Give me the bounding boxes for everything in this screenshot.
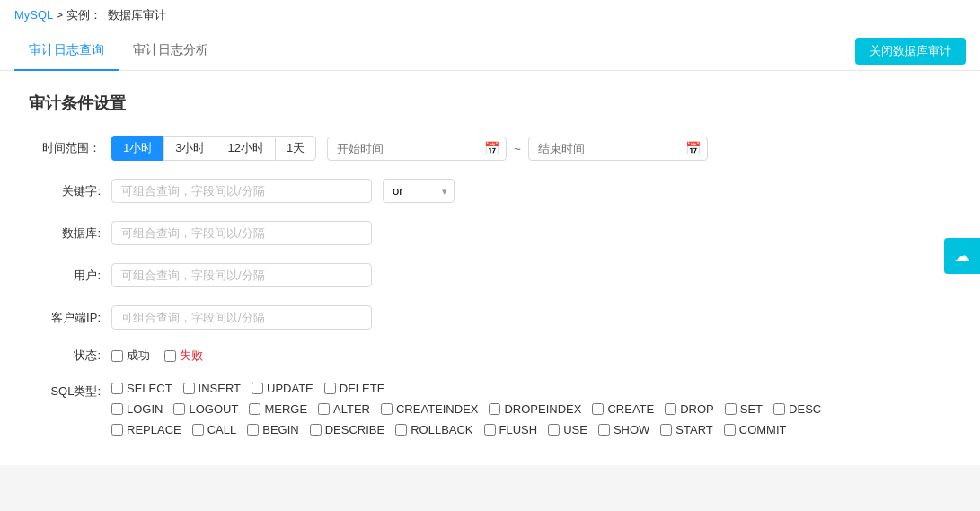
sql-type-label: SQL类型: [29,382,101,400]
keyword-input[interactable] [111,179,372,203]
cb-commit[interactable] [724,424,736,436]
sql-cb-use[interactable]: USE [548,423,587,436]
cb-begin[interactable] [247,424,259,436]
breadcrumb-mysql[interactable]: MySQL [14,8,53,22]
time-btn-3h[interactable]: 3小时 [163,136,216,161]
status-success-text: 成功 [127,348,150,364]
sql-cb-call[interactable]: CALL [192,423,237,436]
sql-cb-show[interactable]: SHOW [598,423,649,436]
sql-cb-drop[interactable]: DROP [665,402,714,416]
tab-query[interactable]: 审计日志查询 [14,31,119,71]
status-success-label[interactable]: 成功 [111,348,150,364]
status-success-checkbox[interactable] [111,350,123,362]
end-date-wrap: 📅 [528,137,708,161]
cb-rollback[interactable] [395,424,407,436]
sql-cb-desc[interactable]: DESC [773,402,821,416]
float-cloud-button[interactable]: ☁ [944,238,980,274]
breadcrumb-sep1: > [56,8,66,22]
section-title: 审计条件设置 [29,93,951,114]
database-input[interactable] [111,221,372,245]
cb-dropeindex[interactable] [489,403,500,415]
cb-replace[interactable] [111,424,123,436]
user-input[interactable] [111,263,372,287]
sql-row-2: LOGIN LOGOUT MERGE ALTER CREATEINDEX DRO… [111,402,828,416]
operator-select[interactable]: or and [383,179,455,203]
sql-cb-dropeindex[interactable]: DROPEINDEX [489,402,581,416]
cloud-icon: ☁ [954,246,970,266]
sql-cb-update[interactable]: UPDATE [252,382,313,395]
cb-logout[interactable] [173,403,185,415]
tab-analysis[interactable]: 审计日志分析 [119,31,223,71]
sql-cb-replace[interactable]: REPLACE [111,423,181,436]
start-date-wrap: 📅 [327,137,507,161]
cb-drop[interactable] [665,403,676,415]
sql-cb-set[interactable]: SET [725,402,763,416]
cb-update[interactable] [252,383,263,394]
user-row: 用户: [29,263,951,287]
cb-set[interactable] [725,403,737,415]
sql-cb-login[interactable]: LOGIN [111,402,163,416]
breadcrumb: MySQL > 实例： 数据库审计 [0,0,980,31]
status-label: 状态: [29,348,101,364]
cb-delete[interactable] [324,383,336,394]
sql-type-section: SQL类型: SELECT INSERT UPDATE DELETE LOGIN… [29,382,951,436]
cb-call[interactable] [192,424,204,436]
cb-merge[interactable] [249,403,260,415]
status-fail-text: 失败 [180,348,203,364]
sql-checkboxes: SELECT INSERT UPDATE DELETE LOGIN LOGOUT… [111,382,828,436]
time-btn-12h[interactable]: 12小时 [216,136,274,161]
sql-row-1: SELECT INSERT UPDATE DELETE [111,382,828,395]
keyword-label: 关键字: [29,183,101,199]
sql-cb-insert[interactable]: INSERT [183,382,241,395]
cb-start[interactable] [660,424,672,436]
breadcrumb-page: 数据库审计 [108,8,166,22]
tab-bar: 审计日志查询 审计日志分析 关闭数据库审计 [0,31,980,71]
time-range-label: 时间范围： [29,140,101,156]
database-label: 数据库: [29,225,101,242]
database-row: 数据库: [29,221,951,245]
sql-cb-describe[interactable]: DESCRIBE [310,423,384,436]
main-container: 审计日志查询 审计日志分析 关闭数据库审计 审计条件设置 时间范围： 1小时 3… [0,31,980,465]
start-date-input[interactable] [327,137,507,161]
time-btn-1d[interactable]: 1天 [275,136,316,161]
cb-describe[interactable] [310,424,322,436]
cb-login[interactable] [111,403,123,415]
status-row: 状态: 成功 失败 [29,348,951,364]
sql-cb-logout[interactable]: LOGOUT [173,402,238,416]
time-btn-1h[interactable]: 1小时 [111,136,163,161]
sql-cb-rollback[interactable]: ROLLBACK [395,423,472,436]
status-fail-checkbox[interactable] [164,350,176,362]
client-ip-row: 客户端IP: [29,305,951,330]
cb-insert[interactable] [183,383,195,394]
user-label: 用户: [29,268,101,284]
client-ip-label: 客户端IP: [29,310,101,326]
cb-show[interactable] [598,424,610,436]
sql-cb-commit[interactable]: COMMIT [724,423,787,436]
cb-alter[interactable] [318,403,330,415]
time-range-row: 时间范围： 1小时 3小时 12小时 1天 📅 ~ 📅 [29,136,951,161]
end-date-input[interactable] [528,137,708,161]
sql-cb-alter[interactable]: ALTER [318,402,370,416]
operator-select-wrap: or and ▾ [383,179,455,203]
cb-use[interactable] [548,424,560,436]
sql-cb-createindex[interactable]: CREATEINDEX [381,402,479,416]
keyword-row: 关键字: or and ▾ [29,179,951,203]
content-area: 审计条件设置 时间范围： 1小时 3小时 12小时 1天 📅 ~ 📅 关键字: [0,71,980,465]
cb-flush[interactable] [484,424,496,436]
cb-desc[interactable] [773,403,785,415]
sql-cb-flush[interactable]: FLUSH [484,423,538,436]
cb-create[interactable] [592,403,604,415]
sql-cb-create[interactable]: CREATE [592,402,654,416]
close-db-audit-button[interactable]: 关闭数据库审计 [855,38,966,65]
breadcrumb-instance-label: 实例： [66,8,102,22]
cb-createindex[interactable] [381,403,393,415]
sql-cb-merge[interactable]: MERGE [249,402,307,416]
cb-select[interactable] [111,383,123,394]
client-ip-input[interactable] [111,305,372,330]
sql-cb-delete[interactable]: DELETE [324,382,385,395]
status-fail-label[interactable]: 失败 [164,348,203,364]
sql-cb-begin[interactable]: BEGIN [247,423,298,436]
time-buttons: 1小时 3小时 12小时 1天 [111,136,316,161]
sql-cb-select[interactable]: SELECT [111,382,172,395]
sql-cb-start[interactable]: START [660,423,712,436]
